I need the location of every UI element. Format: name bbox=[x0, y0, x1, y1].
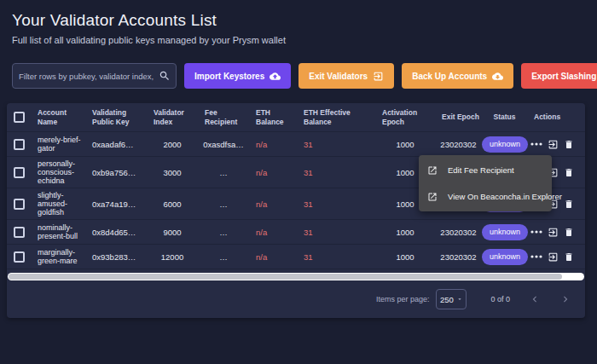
table-row: nominally-present-bull 0x8d4d65… 9000 … … bbox=[7, 220, 585, 245]
validating-public-key: 0xa74a19… bbox=[85, 199, 147, 209]
account-name: slightly-amused-goldfish bbox=[31, 191, 85, 217]
eth-effective-balance: 31 bbox=[297, 168, 375, 177]
table-row: merely-brief-gator 0xaadaf6… 2000 0xasdf… bbox=[7, 132, 585, 157]
delete-account-button[interactable] bbox=[564, 167, 574, 178]
eth-effective-balance: 31 bbox=[297, 199, 375, 209]
fee-recipient: … bbox=[198, 168, 249, 177]
account-name: merely-brief-gator bbox=[31, 136, 85, 153]
validating-public-key: 0x8d4d65… bbox=[85, 228, 147, 237]
menu-item-label: Edit Fee Recipient bbox=[448, 165, 514, 175]
col-header-eth-effective-balance: ETH Effective Balance bbox=[297, 108, 375, 127]
exit-validators-button[interactable]: Exit Validators bbox=[298, 63, 394, 89]
row-checkbox[interactable] bbox=[14, 199, 25, 210]
horizontal-scrollbar[interactable] bbox=[8, 273, 584, 280]
trash-icon bbox=[564, 139, 574, 150]
open-in-new-icon bbox=[427, 192, 438, 202]
delete-account-button[interactable] bbox=[564, 251, 574, 263]
col-header-eth-balance: ETH Balance bbox=[249, 108, 297, 127]
select-all-checkbox[interactable] bbox=[14, 112, 25, 123]
validator-index: 6000 bbox=[147, 199, 198, 209]
col-header-fee-recipient: Fee Recipient bbox=[198, 108, 249, 127]
col-header-actions: Actions bbox=[527, 113, 585, 122]
scrollbar-thumb[interactable] bbox=[9, 274, 562, 280]
exit-validator-button[interactable] bbox=[548, 227, 559, 238]
exit-icon bbox=[548, 251, 559, 263]
filter-input[interactable] bbox=[12, 63, 177, 89]
fee-recipient: … bbox=[198, 199, 249, 209]
trash-icon bbox=[564, 199, 574, 210]
eth-effective-balance: 31 bbox=[297, 140, 375, 149]
previous-page-button[interactable] bbox=[529, 293, 541, 305]
col-header-account-name: Account Name bbox=[31, 108, 85, 127]
row-checkbox[interactable] bbox=[14, 139, 25, 150]
eth-balance: n/a bbox=[249, 228, 297, 237]
status-badge: unknown bbox=[482, 136, 528, 153]
page-title: Your Validator Accounts List bbox=[12, 11, 597, 30]
validator-accounts-page: Your Validator Accounts List Full list o… bbox=[0, 0, 597, 364]
menu-item-view-on-beaconcha[interactable]: View On Beaconcha.in Explorer bbox=[419, 183, 552, 210]
exit-validator-button[interactable] bbox=[548, 139, 559, 150]
row-checkbox[interactable] bbox=[14, 251, 25, 263]
chevron-down-icon bbox=[456, 296, 463, 303]
menu-item-edit-fee-recipient[interactable]: Edit Fee Recipient bbox=[419, 157, 552, 183]
delete-account-button[interactable] bbox=[564, 199, 574, 210]
row-checkbox[interactable] bbox=[14, 227, 25, 238]
validating-public-key: 0x93b283… bbox=[85, 252, 147, 262]
validator-index: 3000 bbox=[147, 168, 198, 177]
menu-item-label: View On Beaconcha.in Explorer bbox=[448, 192, 562, 201]
eth-effective-balance: 31 bbox=[297, 228, 375, 237]
more-actions-button[interactable] bbox=[530, 255, 542, 258]
items-per-page-select[interactable]: 250 bbox=[436, 289, 467, 309]
search-icon bbox=[159, 70, 171, 82]
exit-validators-label: Exit Validators bbox=[309, 72, 368, 81]
eth-balance: n/a bbox=[249, 140, 297, 149]
exit-validator-button[interactable] bbox=[548, 251, 559, 263]
export-slashing-protection-button[interactable]: Export Slashing Protection bbox=[521, 63, 597, 89]
exit-epoch: 23020302 bbox=[435, 252, 482, 262]
fee-recipient: … bbox=[198, 252, 249, 262]
import-keystores-button[interactable]: Import Keystores bbox=[184, 63, 291, 89]
col-header-status: Status bbox=[482, 113, 527, 122]
more-horiz-icon bbox=[530, 142, 542, 146]
chevron-right-icon bbox=[559, 293, 571, 305]
fee-recipient: … bbox=[198, 228, 249, 237]
status-badge: unknown bbox=[482, 224, 528, 240]
eth-balance: n/a bbox=[249, 199, 297, 209]
validator-index: 9000 bbox=[147, 228, 198, 237]
export-slashing-protection-label: Export Slashing Protection bbox=[531, 72, 597, 81]
status-badge: unknown bbox=[482, 249, 528, 265]
activation-epoch: 1000 bbox=[375, 140, 435, 149]
more-actions-button[interactable] bbox=[530, 230, 542, 234]
trash-icon bbox=[564, 251, 574, 263]
validator-index: 12000 bbox=[147, 252, 198, 262]
validator-index: 2000 bbox=[147, 140, 198, 149]
page-range-label: 0 of 0 bbox=[490, 295, 510, 303]
filter-field-wrap bbox=[12, 63, 177, 89]
eth-effective-balance: 31 bbox=[297, 252, 375, 262]
account-name: nominally-present-bull bbox=[31, 223, 85, 240]
items-per-page-value: 250 bbox=[440, 295, 454, 304]
delete-account-button[interactable] bbox=[564, 139, 574, 150]
delete-account-button[interactable] bbox=[564, 227, 574, 238]
row-actions-menu: Edit Fee Recipient View On Beaconcha.in … bbox=[419, 155, 552, 211]
table-header-row: Account Name Validating Public Key Valid… bbox=[7, 103, 585, 132]
exit-icon bbox=[373, 71, 384, 82]
open-in-new-icon bbox=[427, 165, 438, 176]
col-header-exit-epoch: Exit Epoch bbox=[435, 113, 482, 122]
next-page-button[interactable] bbox=[559, 293, 571, 305]
account-name: marginally-green-mare bbox=[31, 248, 85, 265]
toolbar: Import Keystores Exit Validators Back Up… bbox=[12, 63, 590, 89]
eth-balance: n/a bbox=[249, 252, 297, 262]
activation-epoch: 1000 bbox=[375, 228, 435, 237]
account-name: personally-conscious-echidna bbox=[31, 159, 85, 185]
activation-epoch: 1000 bbox=[375, 252, 435, 262]
col-header-pubkey: Validating Public Key bbox=[85, 108, 147, 127]
more-actions-button[interactable] bbox=[530, 142, 542, 146]
fee-recipient: 0xasdfsa… bbox=[198, 140, 249, 149]
validating-public-key: 0xb9a756… bbox=[85, 168, 147, 177]
row-checkbox[interactable] bbox=[14, 167, 25, 178]
exit-epoch: 23020302 bbox=[435, 140, 482, 149]
backup-accounts-button[interactable]: Back Up Accounts bbox=[402, 63, 513, 89]
backup-accounts-label: Back Up Accounts bbox=[412, 72, 487, 81]
cloud-upload-icon bbox=[270, 71, 281, 82]
